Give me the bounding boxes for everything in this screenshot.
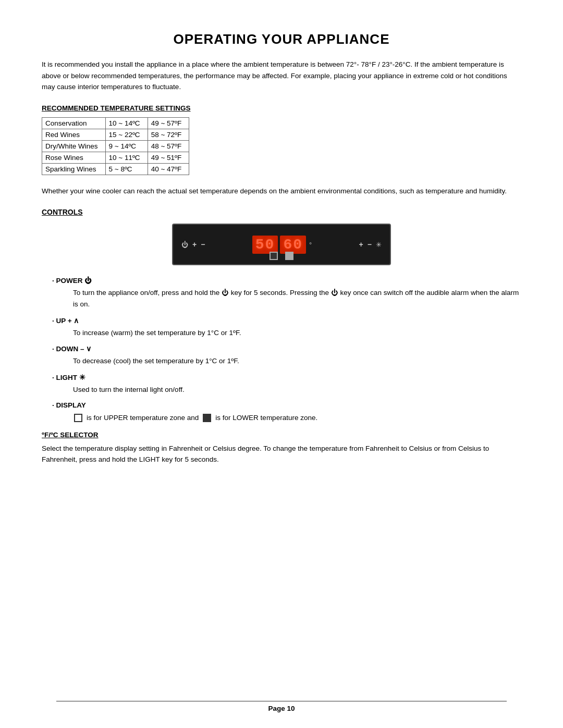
minus-btn-right: −: [368, 240, 372, 249]
controls-heading: CONTROLS: [42, 208, 521, 216]
upper-zone-ref-icon: [74, 414, 82, 422]
panel-right-controls: + − ✳: [359, 240, 382, 249]
bullet-label: LIGHT ✳: [42, 373, 521, 381]
upper-zone-display: 50: [252, 236, 278, 254]
light-icon: ✳: [376, 241, 382, 249]
bullet-description: To turn the appliance on/off, press and …: [42, 287, 521, 310]
intro-paragraph: It is recommended you install the applia…: [42, 59, 521, 93]
bullet-item: UP + ∧To increase (warm) the set tempera…: [42, 316, 521, 339]
zone-indicator-icons: [270, 252, 293, 260]
ambient-paragraph: Whether your wine cooler can reach the a…: [42, 186, 521, 197]
table-row: Sparkling Wines5 ~ 8ºC40 ~ 47ºF: [42, 163, 189, 175]
plus-btn-left: +: [192, 240, 197, 249]
lower-zone-icon: [285, 252, 293, 260]
page-footer: Page 10: [0, 701, 563, 712]
bullet-label: DOWN – ∨: [42, 344, 521, 353]
degree-marker: °: [309, 241, 312, 249]
bullet-item: POWER ⏻To turn the appliance on/off, pre…: [42, 277, 521, 310]
selector-section: ºF/ºC SELECTOR Select the temperature di…: [42, 431, 521, 465]
recommended-temp-section: RECOMMENDED TEMPERATURE SETTINGS Conserv…: [42, 104, 521, 175]
bullets-section: POWER ⏻To turn the appliance on/off, pre…: [42, 277, 521, 424]
power-icon: ⏻: [181, 241, 188, 249]
display-description: is for UPPER temperature zone and is for…: [42, 412, 521, 424]
panel-left-controls: ⏻ + −: [181, 240, 205, 249]
table-row: Rose Wines10 ~ 11ºC49 ~ 51ºF: [42, 152, 189, 163]
bullet-label: DISPLAY: [42, 401, 521, 409]
control-panel-image: ⏻ + − 50 60 ° + − ✳: [172, 224, 391, 265]
table-row: Dry/White Wines9 ~ 14ºC48 ~ 57ºF: [42, 140, 189, 152]
lower-zone-ref-icon: [203, 414, 211, 422]
page-title: OPERATING YOUR APPLIANCE: [42, 31, 521, 47]
bullet-description: Used to turn the internal light on/off.: [42, 384, 521, 396]
bullet-item: DISPLAY is for UPPER temperature zone an…: [42, 401, 521, 424]
temperature-table: Conservation10 ~ 14ºC49 ~ 57ºFRed Wines1…: [42, 117, 189, 175]
selector-heading: ºF/ºC SELECTOR: [42, 431, 521, 439]
rec-temp-heading: RECOMMENDED TEMPERATURE SETTINGS: [42, 104, 521, 112]
display-mid-text: is for UPPER temperature zone and: [87, 412, 199, 424]
table-row: Red Wines15 ~ 22ºC58 ~ 72ºF: [42, 129, 189, 140]
display-post-text: is for LOWER temperature zone.: [215, 412, 317, 424]
bullet-item: DOWN – ∨To decrease (cool) the set tempe…: [42, 344, 521, 367]
table-row: Conservation10 ~ 14ºC49 ~ 57ºF: [42, 117, 189, 129]
selector-text: Select the temperature display setting i…: [42, 443, 521, 465]
bullet-description: To increase (warm) the set temperature b…: [42, 327, 521, 339]
bullet-description: To decrease (cool) the set temperature b…: [42, 355, 521, 367]
minus-btn-left: −: [201, 240, 205, 249]
upper-zone-icon: [270, 252, 278, 260]
bullet-label: UP + ∧: [42, 316, 521, 325]
footer-divider: [56, 701, 507, 701]
bullet-item: LIGHT ✳Used to turn the internal light o…: [42, 373, 521, 396]
page-number: Page 10: [268, 705, 295, 712]
lower-zone-display: 60: [280, 236, 306, 254]
bullet-label: POWER ⏻: [42, 277, 521, 285]
plus-btn-right: +: [359, 240, 363, 249]
panel-display: 50 60 °: [252, 236, 312, 254]
